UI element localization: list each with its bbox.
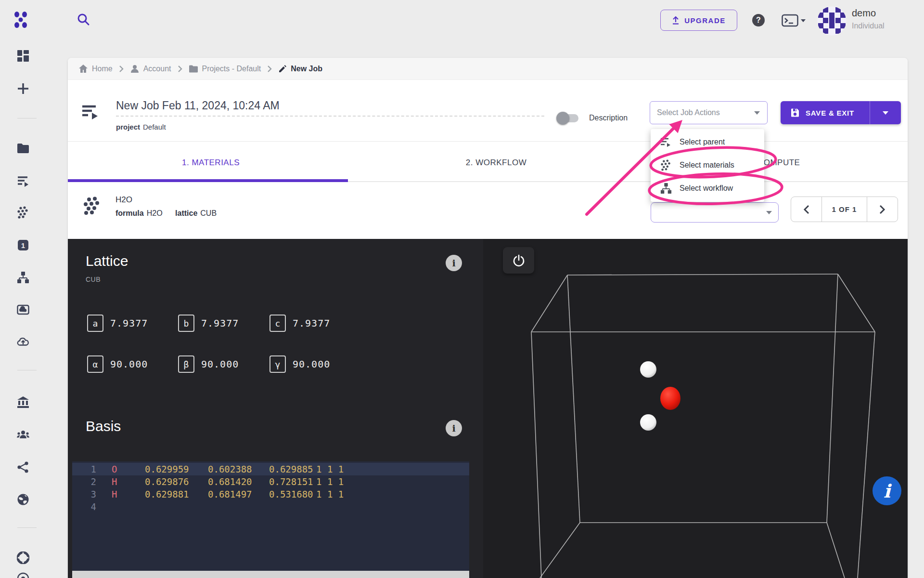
sidebar-item-bank[interactable] (17, 396, 29, 408)
active-tab-indicator (68, 179, 348, 182)
lattice-value-alpha[interactable]: 90.000 (110, 358, 148, 370)
editor-line[interactable]: 4 (72, 500, 469, 513)
editor-line[interactable]: 1O 0.6299590.602388 0.6298851 1 1 (72, 463, 469, 475)
lattice-symbol-c: c (270, 315, 286, 332)
save-icon (790, 108, 800, 118)
job-title-underline (116, 116, 544, 117)
upgrade-button[interactable]: UPGRADE (660, 10, 737, 31)
material-subtitle: formulaH2O latticeCUB (116, 209, 217, 218)
search-icon[interactable] (76, 13, 90, 27)
editor-line[interactable]: 3H 0.6298810.681497 0.5316801 1 1 (72, 488, 469, 500)
editor-line[interactable]: 2H 0.6298760.681420 0.7281511 1 1 (72, 475, 469, 488)
pager-next-button[interactable] (867, 197, 898, 222)
sidebar-divider (17, 118, 37, 118)
tab-materials[interactable]: 1. MATERIALS (139, 153, 283, 172)
basis-title: Basis (86, 418, 121, 434)
pencil-icon (278, 65, 287, 73)
folder-icon (189, 64, 198, 74)
basis-code-editor[interactable]: 1O 0.6299590.602388 0.6298851 1 1 2H 0.6… (72, 461, 469, 578)
tab-workflow[interactable]: 2. WORKFLOW (424, 153, 568, 172)
sidebar-item-settings[interactable] (17, 572, 29, 578)
breadcrumb-projects[interactable]: Projects - Default (189, 64, 261, 74)
job-title[interactable]: New Job Feb 11, 2024, 10:24 AM (116, 99, 280, 112)
menu-item-select-workflow[interactable]: Select workflow (651, 177, 764, 200)
power-icon (512, 254, 526, 267)
formula-label: formula (116, 209, 144, 217)
chevron-right-icon (118, 65, 124, 73)
atom-oxygen (660, 387, 680, 410)
sidebar-item-cloud-upload[interactable] (17, 336, 29, 348)
description-toggle-knob[interactable] (556, 112, 569, 125)
lattice-value-b[interactable]: 7.9377 (201, 317, 239, 329)
sidebar-item-create-plus[interactable] (17, 82, 29, 95)
menu-item-select-parent[interactable]: Select parent (651, 131, 764, 154)
lattice-value-c[interactable]: 7.9377 (293, 317, 330, 329)
user-name: demo (852, 8, 876, 19)
chevron-right-icon (177, 65, 183, 73)
caret-down-icon (766, 210, 772, 215)
caret-down-icon (754, 111, 760, 115)
sidebar-item-dashboard[interactable] (17, 50, 29, 62)
save-exit-button[interactable]: SAVE & EXIT (781, 101, 901, 124)
lattice-field-beta: β 90.000 (178, 355, 239, 373)
lattice-info-icon[interactable]: i (446, 255, 462, 271)
material-name: H2O (116, 195, 132, 205)
sidebar-item-materials[interactable] (17, 206, 29, 219)
help-icon[interactable]: ? (752, 14, 765, 26)
viewer-power-button[interactable] (503, 247, 534, 274)
sidebar-item-support[interactable] (17, 552, 29, 564)
pager-prev-button[interactable] (791, 197, 822, 222)
crystal-viewer-3d[interactable] (483, 239, 908, 578)
lattice-value-gamma[interactable]: 90.000 (293, 358, 330, 370)
sidebar-item-web-globe[interactable] (17, 493, 29, 506)
lattice-value-beta[interactable]: 90.000 (201, 358, 239, 370)
lattice-subtitle: CUB (86, 276, 101, 283)
sidebar-item-team[interactable] (17, 429, 29, 441)
person-icon (130, 64, 140, 74)
editor-horizontal-scrollbar[interactable] (72, 571, 469, 578)
save-exit-caret[interactable] (870, 101, 901, 124)
chevron-left-icon (803, 205, 810, 214)
lattice-symbol-gamma: γ (270, 355, 286, 373)
sidebar-item-projects-folder[interactable] (17, 142, 29, 155)
save-exit-label: SAVE & EXIT (806, 109, 854, 117)
basis-info-icon[interactable]: i (446, 420, 462, 436)
lattice-field-gamma: γ 90.000 (270, 355, 330, 373)
material-pager: 1 OF 1 (791, 197, 898, 222)
lattice-symbol-a: a (87, 315, 103, 332)
sidebar-item-shared[interactable] (17, 461, 29, 473)
lattice-label: lattice (175, 209, 197, 217)
chevron-right-icon (267, 65, 272, 73)
upgrade-label: UPGRADE (684, 16, 726, 25)
console-icon[interactable] (782, 13, 807, 27)
lattice-field-c: c 7.9377 (270, 315, 330, 332)
sidebar-item-workflows[interactable] (17, 271, 29, 284)
formula-value: H2O (147, 209, 163, 217)
project-value: Default (143, 123, 166, 131)
breadcrumb: Home Account Projects - Default New Job (68, 58, 908, 80)
sidebar-item-jobs[interactable] (17, 175, 29, 187)
job-actions-select[interactable]: Select Job Actions (650, 101, 768, 124)
breadcrumb-home[interactable]: Home (78, 64, 113, 74)
sidebar-item-counter-badge[interactable]: 1 (17, 239, 29, 251)
breadcrumb-new-job[interactable]: New Job (278, 65, 322, 73)
description-label: Description (589, 114, 628, 122)
menu-item-select-materials[interactable]: Select materials (651, 154, 764, 177)
material-selector[interactable] (651, 202, 779, 223)
avatar[interactable] (817, 6, 847, 36)
lattice-title: Lattice (86, 253, 128, 269)
divider (68, 141, 908, 142)
mat3ra-logo-icon[interactable] (12, 11, 30, 29)
job-actions-menu: Select parent Select materials Select wo… (651, 129, 764, 202)
sidebar-item-media[interactable] (17, 303, 29, 316)
job-project: projectDefault (116, 123, 166, 131)
lattice-symbol-b: b (178, 315, 194, 332)
lattice-field-b: b 7.9377 (178, 315, 239, 332)
sidebar-divider (17, 370, 37, 370)
breadcrumb-account[interactable]: Account (130, 64, 171, 74)
org-chart-icon (660, 183, 672, 194)
unit-cell-wireframe (531, 274, 875, 578)
viewer-info-button[interactable]: i (873, 476, 901, 505)
list-play-icon (660, 137, 672, 147)
lattice-value-a[interactable]: 7.9377 (110, 317, 148, 329)
